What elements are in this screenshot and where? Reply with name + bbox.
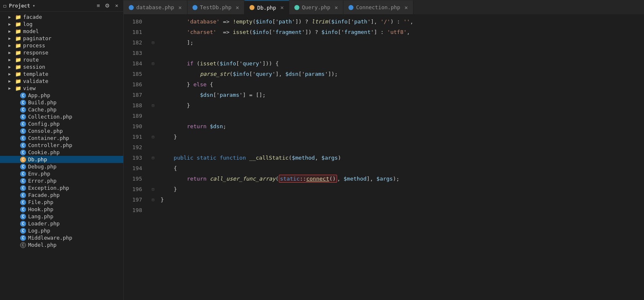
- line-num-181: 181: [124, 27, 145, 37]
- gutter-186: [149, 79, 157, 90]
- gutter-197[interactable]: ⊟: [149, 194, 157, 205]
- code-editor[interactable]: 180 181 182 183 184 185 186 187 188 189 …: [124, 15, 644, 300]
- sidebar-item-facade-php[interactable]: ▶ C Facade.php: [0, 191, 123, 199]
- gutter-196[interactable]: ⊟: [149, 184, 157, 194]
- gutter-188[interactable]: ⊟: [149, 100, 157, 111]
- gutter-184[interactable]: ⊟: [149, 58, 157, 69]
- tab-db-php[interactable]: Db.php ×: [244, 0, 289, 14]
- gutter-190: [149, 121, 157, 132]
- gutter-191[interactable]: ⊟: [149, 132, 157, 142]
- gutter-183: [149, 48, 157, 58]
- line-num-180: 180: [124, 16, 145, 27]
- gutter-182[interactable]: ⊟: [149, 37, 157, 48]
- settings-button[interactable]: ⚙: [103, 2, 112, 10]
- line-num-192: 192: [124, 142, 145, 153]
- sidebar-item-log[interactable]: ▶ 📁 log: [0, 21, 123, 28]
- gutter-181: [149, 27, 157, 37]
- sidebar-item-cookie-php[interactable]: ▶ C Cookie.php: [0, 149, 123, 156]
- line-num-188: 188: [124, 100, 145, 111]
- editor-area: database.php × TestDb.php × Db.php × Que…: [124, 0, 644, 300]
- sidebar-item-validate[interactable]: ▶ 📁 validate: [0, 78, 123, 85]
- sidebar-item-db-php[interactable]: ▶ C Db.php: [0, 156, 123, 163]
- tab-icon-query: [294, 5, 299, 10]
- tab-close-connection[interactable]: ×: [405, 4, 408, 11]
- sidebar-item-exception-php[interactable]: ▶ C Exception.php: [0, 184, 123, 191]
- line-numbers: 180 181 182 183 184 185 186 187 188 189 …: [124, 15, 149, 300]
- sidebar-item-process[interactable]: ▶ 📁 process: [0, 42, 123, 49]
- code-gutter: ⊟ ⊟ ⊟ ⊟ ⊟ ⊟ ⊟: [149, 15, 157, 300]
- sidebar-item-debug-php[interactable]: ▶ C Debug.php: [0, 163, 123, 170]
- tab-label-testdb: TestDb.php: [200, 4, 231, 10]
- sidebar-item-middleware-php[interactable]: ▶ C Middleware.php: [0, 234, 123, 241]
- code-line-180: 'database' => !empty($info['path']) ? lt…: [157, 16, 644, 27]
- gutter-192: [149, 142, 157, 153]
- sidebar-item-view[interactable]: ▶ 📁 view: [0, 85, 123, 92]
- collapse-all-button[interactable]: ≡: [95, 2, 102, 10]
- sidebar-item-response[interactable]: ▶ 📁 response: [0, 49, 123, 56]
- sidebar-item-route[interactable]: ▶ 📁 route: [0, 56, 123, 63]
- gutter-189: [149, 111, 157, 121]
- sidebar-item-env-php[interactable]: ▶ C Env.php: [0, 170, 123, 177]
- sidebar-item-session[interactable]: ▶ 📁 session: [0, 63, 123, 70]
- sidebar-item-collection-php[interactable]: ▶ C Collection.php: [0, 113, 123, 120]
- tab-connection-php[interactable]: Connection.php ×: [343, 0, 413, 14]
- sidebar-item-build-php[interactable]: ▶ C Build.php: [0, 99, 123, 106]
- sidebar-item-file-php[interactable]: ▶ C File.php: [0, 199, 123, 206]
- sidebar-item-app-php[interactable]: ▶ C App.php: [0, 92, 123, 99]
- tab-database-php[interactable]: database.php ×: [124, 0, 187, 14]
- sidebar-item-config-php[interactable]: ▶ C Config.php: [0, 120, 123, 127]
- sidebar-item-container-php[interactable]: ▶ C Container.php: [0, 134, 123, 142]
- code-line-181: 'charset' => isset($info['fragment']) ? …: [157, 27, 644, 37]
- gutter-198: [149, 205, 157, 215]
- tab-close-db[interactable]: ×: [280, 4, 284, 11]
- tab-icon-connection: [348, 5, 353, 10]
- tab-testdb-php[interactable]: TestDb.php ×: [187, 0, 245, 14]
- sidebar-item-paginator[interactable]: ▶ 📁 paginator: [0, 35, 123, 42]
- tab-label-database: database.php: [136, 4, 174, 10]
- code-line-182: ];: [157, 37, 644, 48]
- code-line-184: if (isset($info['query'])) {: [157, 58, 644, 69]
- tab-icon-database: [129, 5, 134, 10]
- close-sidebar-button[interactable]: ×: [113, 2, 120, 10]
- sidebar-item-lang-php[interactable]: ▶ C Lang.php: [0, 213, 123, 220]
- sidebar-item-log-php[interactable]: ▶ C Log.php: [0, 227, 123, 234]
- code-line-183: [157, 48, 644, 58]
- sidebar-item-model-php[interactable]: ▶ C Model.php: [0, 241, 123, 248]
- tab-query-php[interactable]: Query.php ×: [289, 0, 343, 14]
- code-line-187: $dsn['params'] = [];: [157, 90, 644, 100]
- code-line-186: } else {: [157, 79, 644, 90]
- line-num-182: 182: [124, 37, 145, 48]
- tab-close-database[interactable]: ×: [178, 4, 182, 11]
- sidebar-item-console-php[interactable]: ▶ C Console.php: [0, 127, 123, 134]
- code-line-198: [157, 205, 644, 215]
- sidebar-item-loader-php[interactable]: ▶ C Loader.php: [0, 220, 123, 227]
- sidebar-item-template[interactable]: ▶ 📁 template: [0, 70, 123, 78]
- sidebar-item-hook-php[interactable]: ▶ C Hook.php: [0, 206, 123, 213]
- sidebar-item-facade[interactable]: ▶ 📁 facade: [0, 13, 123, 21]
- tab-label-db: Db.php: [257, 5, 276, 11]
- tab-label-query: Query.php: [302, 4, 330, 10]
- sidebar-item-controller-php[interactable]: ▶ C Controller.php: [0, 142, 123, 149]
- line-num-190: 190: [124, 121, 145, 132]
- gutter-187: [149, 90, 157, 100]
- line-num-197: 197: [124, 194, 145, 205]
- gutter-193[interactable]: ⊟: [149, 153, 157, 163]
- chevron-down-icon: ▾: [33, 3, 35, 8]
- sidebar-item-error-php[interactable]: ▶ C Error.php: [0, 177, 123, 184]
- code-content[interactable]: 'database' => !empty($info['path']) ? lt…: [157, 15, 644, 300]
- code-line-193: public static function __callStatic($met…: [157, 153, 644, 163]
- tab-icon-testdb: [192, 5, 197, 10]
- line-num-195: 195: [124, 173, 145, 184]
- sidebar-item-model[interactable]: ▶ 📁 model: [0, 28, 123, 35]
- gutter-185: [149, 69, 157, 79]
- code-line-195: return call_user_func_array(static::conn…: [157, 173, 644, 184]
- tab-close-testdb[interactable]: ×: [236, 4, 239, 11]
- code-line-189: [157, 111, 644, 121]
- code-line-190: return $dsn;: [157, 121, 644, 132]
- sidebar-item-cache-php[interactable]: ▶ C Cache.php: [0, 106, 123, 113]
- project-icon: ◻: [3, 3, 6, 9]
- tab-close-query[interactable]: ×: [335, 4, 338, 11]
- line-num-191: 191: [124, 132, 145, 142]
- line-num-183: 183: [124, 48, 145, 58]
- tab-bar: database.php × TestDb.php × Db.php × Que…: [124, 0, 644, 15]
